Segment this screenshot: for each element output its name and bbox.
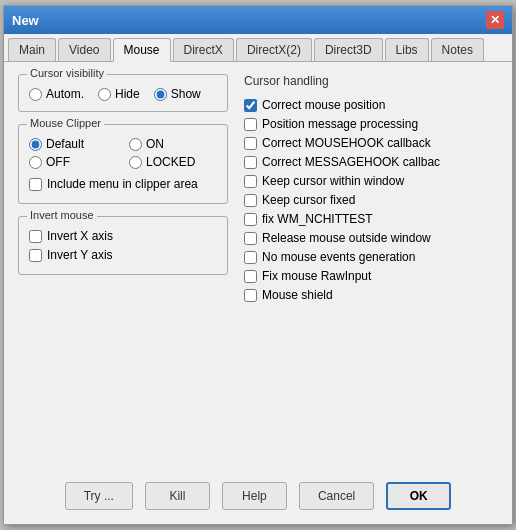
invert-y-label: Invert Y axis: [47, 248, 113, 262]
mouse-clipper-label: Mouse Clipper: [27, 117, 104, 129]
tab-main[interactable]: Main: [8, 38, 56, 61]
tab-directx2[interactable]: DirectX(2): [236, 38, 312, 61]
invert-x-checkbox[interactable]: Invert X axis: [29, 229, 217, 243]
cursor-handling-options: Correct mouse position Position message …: [244, 98, 498, 304]
radio-autom-label: Autom.: [46, 87, 84, 101]
radio-hide-label: Hide: [115, 87, 140, 101]
release-mouse-outside[interactable]: Release mouse outside window: [244, 231, 498, 245]
release-mouse-outside-label: Release mouse outside window: [262, 231, 431, 245]
tab-video[interactable]: Video: [58, 38, 110, 61]
keep-cursor-window-input[interactable]: [244, 175, 257, 188]
include-menu-label: Include menu in clipper area: [47, 177, 198, 191]
mouse-shield-label: Mouse shield: [262, 288, 333, 302]
keep-cursor-window-label: Keep cursor within window: [262, 174, 404, 188]
main-window: New ✕ Main Video Mouse DirectX DirectX(2…: [3, 5, 513, 525]
radio-on-input[interactable]: [129, 138, 142, 151]
try-button[interactable]: Try ...: [65, 482, 133, 510]
footer: Try ... Kill Help Cancel OK: [4, 472, 512, 524]
radio-hide[interactable]: Hide: [98, 87, 140, 101]
radio-off[interactable]: OFF: [29, 155, 117, 169]
keep-cursor-fixed-label: Keep cursor fixed: [262, 193, 355, 207]
no-mouse-events[interactable]: No mouse events generation: [244, 250, 498, 264]
tab-mouse[interactable]: Mouse: [113, 38, 171, 62]
cursor-visibility-label: Cursor visibility: [27, 67, 107, 79]
tab-directx[interactable]: DirectX: [173, 38, 234, 61]
keep-cursor-fixed-input[interactable]: [244, 194, 257, 207]
fix-wm-nchittest-label: fix WM_NCHITTEST: [262, 212, 373, 226]
no-mouse-events-input[interactable]: [244, 251, 257, 264]
radio-on-label: ON: [146, 137, 164, 151]
include-menu-checkbox[interactable]: Include menu in clipper area: [29, 177, 217, 191]
fix-mouse-rawinput[interactable]: Fix mouse RawInput: [244, 269, 498, 283]
cursor-visibility-group: Cursor visibility Autom. Hide Show: [18, 74, 228, 112]
left-panel: Cursor visibility Autom. Hide Show: [18, 74, 228, 460]
title-bar: New ✕: [4, 6, 512, 34]
correct-mouse-pos-input[interactable]: [244, 99, 257, 112]
radio-locked[interactable]: LOCKED: [129, 155, 217, 169]
invert-mouse-label: Invert mouse: [27, 209, 97, 221]
tab-notes[interactable]: Notes: [431, 38, 484, 61]
correct-messagehook-input[interactable]: [244, 156, 257, 169]
invert-x-input[interactable]: [29, 230, 42, 243]
ok-button[interactable]: OK: [386, 482, 451, 510]
fix-wm-nchittest[interactable]: fix WM_NCHITTEST: [244, 212, 498, 226]
correct-messagehook-label: Correct MESSAGEHOOK callbac: [262, 155, 440, 169]
radio-autom-input[interactable]: [29, 88, 42, 101]
keep-cursor-fixed[interactable]: Keep cursor fixed: [244, 193, 498, 207]
fix-wm-nchittest-input[interactable]: [244, 213, 257, 226]
tab-bar: Main Video Mouse DirectX DirectX(2) Dire…: [4, 34, 512, 62]
radio-hide-input[interactable]: [98, 88, 111, 101]
invert-y-checkbox[interactable]: Invert Y axis: [29, 248, 217, 262]
release-mouse-outside-input[interactable]: [244, 232, 257, 245]
position-message[interactable]: Position message processing: [244, 117, 498, 131]
fix-mouse-rawinput-label: Fix mouse RawInput: [262, 269, 371, 283]
keep-cursor-window[interactable]: Keep cursor within window: [244, 174, 498, 188]
mouse-clipper-group: Mouse Clipper Default ON OFF: [18, 124, 228, 204]
tab-direct3d[interactable]: Direct3D: [314, 38, 383, 61]
right-panel: Cursor handling Correct mouse position P…: [244, 74, 498, 460]
radio-show-input[interactable]: [154, 88, 167, 101]
include-menu-input[interactable]: [29, 178, 42, 191]
correct-messagehook[interactable]: Correct MESSAGEHOOK callbac: [244, 155, 498, 169]
kill-button[interactable]: Kill: [145, 482, 210, 510]
radio-show[interactable]: Show: [154, 87, 201, 101]
fix-mouse-rawinput-input[interactable]: [244, 270, 257, 283]
cursor-handling-title: Cursor handling: [244, 74, 498, 88]
position-message-label: Position message processing: [262, 117, 418, 131]
radio-off-input[interactable]: [29, 156, 42, 169]
clipper-options: Default ON OFF LOCKED: [29, 137, 217, 169]
radio-show-label: Show: [171, 87, 201, 101]
invert-mouse-group: Invert mouse Invert X axis Invert Y axis: [18, 216, 228, 275]
close-button[interactable]: ✕: [486, 11, 504, 29]
correct-mousehook-input[interactable]: [244, 137, 257, 150]
invert-y-input[interactable]: [29, 249, 42, 262]
invert-x-label: Invert X axis: [47, 229, 113, 243]
mouse-shield-input[interactable]: [244, 289, 257, 302]
radio-default-label: Default: [46, 137, 84, 151]
help-button[interactable]: Help: [222, 482, 287, 510]
no-mouse-events-label: No mouse events generation: [262, 250, 415, 264]
position-message-input[interactable]: [244, 118, 257, 131]
correct-mousehook-label: Correct MOUSEHOOK callback: [262, 136, 431, 150]
radio-locked-label: LOCKED: [146, 155, 195, 169]
invert-options: Invert X axis Invert Y axis: [29, 229, 217, 264]
radio-default[interactable]: Default: [29, 137, 117, 151]
radio-locked-input[interactable]: [129, 156, 142, 169]
correct-mouse-pos-label: Correct mouse position: [262, 98, 385, 112]
radio-on[interactable]: ON: [129, 137, 217, 151]
correct-mousehook[interactable]: Correct MOUSEHOOK callback: [244, 136, 498, 150]
correct-mouse-pos[interactable]: Correct mouse position: [244, 98, 498, 112]
radio-default-input[interactable]: [29, 138, 42, 151]
content-area: Cursor visibility Autom. Hide Show: [4, 62, 512, 472]
radio-off-label: OFF: [46, 155, 70, 169]
cancel-button[interactable]: Cancel: [299, 482, 374, 510]
radio-autom[interactable]: Autom.: [29, 87, 84, 101]
tab-libs[interactable]: Libs: [385, 38, 429, 61]
cursor-visibility-options: Autom. Hide Show: [29, 87, 217, 101]
mouse-shield[interactable]: Mouse shield: [244, 288, 498, 302]
window-title: New: [12, 13, 39, 28]
